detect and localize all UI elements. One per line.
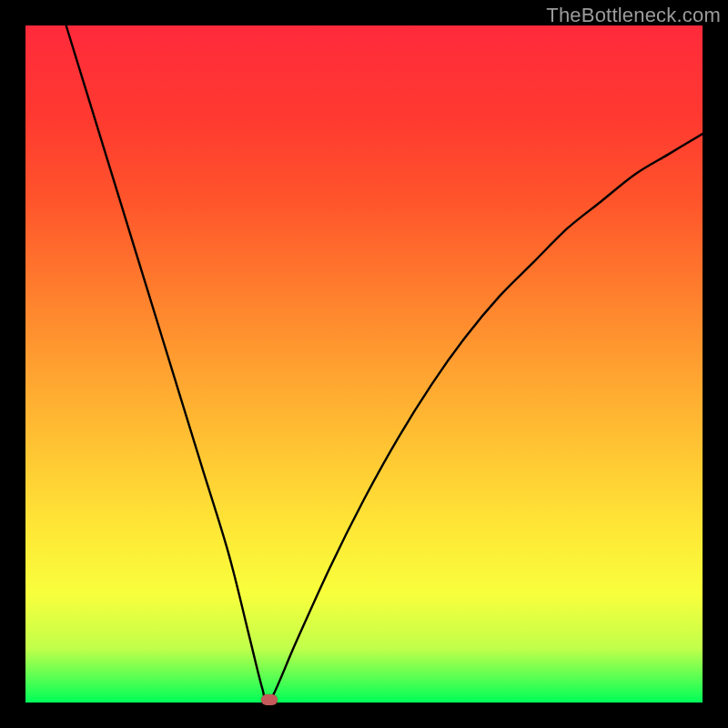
chart-frame bbox=[25, 25, 703, 703]
optimal-marker bbox=[261, 694, 278, 705]
attribution-text: TheBottleneck.com bbox=[546, 4, 721, 27]
bottleneck-curve bbox=[25, 25, 703, 703]
